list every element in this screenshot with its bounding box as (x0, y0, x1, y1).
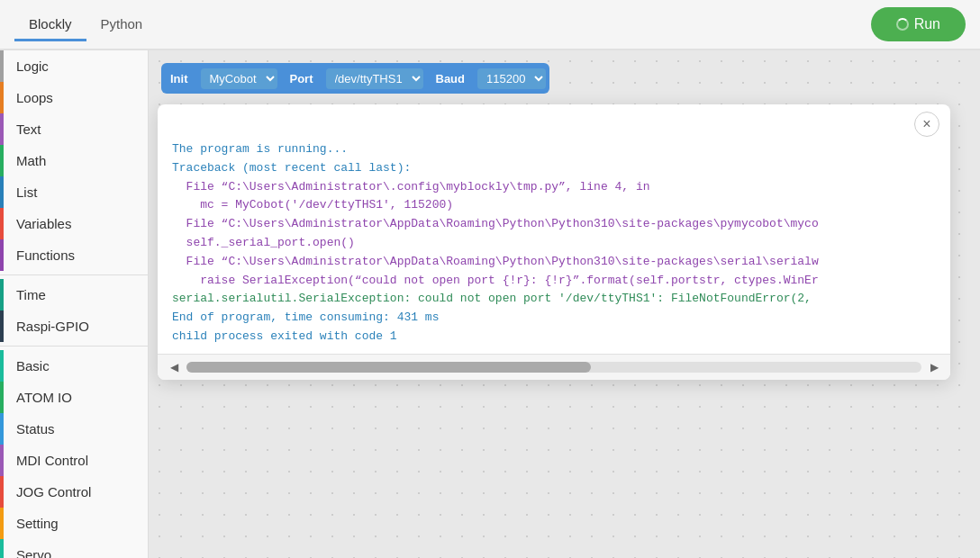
scrollbar: ◀ ▶ (158, 354, 950, 380)
sidebar: Logic Loops Text Math List Variables Fun… (0, 50, 149, 558)
output-line-9: End of program, time consuming: 431 ms (172, 309, 936, 328)
output-line-10: child process exited with code 1 (172, 328, 936, 346)
modal-output: The program is running...Traceback (most… (158, 137, 950, 354)
scroll-thumb (186, 362, 591, 373)
sidebar-item-atomio[interactable]: ATOM IO (0, 382, 148, 413)
scroll-track[interactable] (186, 362, 921, 373)
sidebar-item-math[interactable]: Math (0, 145, 148, 176)
tab-python[interactable]: Python (86, 9, 158, 41)
sidebar-item-variables[interactable]: Variables (0, 208, 148, 239)
output-line-1: Traceback (most recent call last): (172, 159, 936, 178)
output-line-3: mc = MyCobot('/dev/ttyTHS1', 115200) (172, 196, 936, 215)
tab-blockly[interactable]: Blockly (14, 9, 86, 41)
sidebar-item-time[interactable]: Time (0, 279, 148, 310)
sidebar-divider-1 (0, 274, 148, 275)
output-line-0: The program is running... (172, 140, 936, 159)
workspace: Init MyCobot Port /dev/ttyTHS1 Baud 1152… (149, 50, 980, 558)
baud-label: Baud (427, 72, 475, 86)
sidebar-item-basic[interactable]: Basic (0, 350, 148, 382)
sidebar-item-setting[interactable]: Setting (0, 508, 148, 539)
modal-header: × (158, 104, 950, 137)
scroll-left-arrow[interactable]: ◀ (165, 358, 183, 376)
port-label: Port (281, 72, 322, 86)
run-label: Run (914, 16, 940, 32)
spinner-icon (896, 18, 909, 31)
init-label: Init (161, 72, 197, 86)
output-line-5: self._serial_port.open() (172, 234, 936, 253)
sidebar-item-list[interactable]: List (0, 176, 148, 208)
sidebar-item-logic[interactable]: Logic (0, 50, 148, 82)
sidebar-item-jog[interactable]: JOG Control (0, 476, 148, 508)
baud-select[interactable]: 115200 (477, 68, 546, 89)
sidebar-item-text[interactable]: Text (0, 113, 148, 145)
output-line-2: File “C:\Users\Administrator\.config\myb… (172, 178, 936, 197)
header: Blockly Python Run (0, 0, 980, 50)
output-line-7: raise SerialException(“could not open po… (172, 272, 936, 291)
robot-select[interactable]: MyCobot (201, 68, 277, 89)
output-line-6: File “C:\Users\Administrator\AppData\Roa… (172, 253, 936, 272)
sidebar-item-status[interactable]: Status (0, 413, 148, 445)
output-modal: × The program is running...Traceback (mo… (158, 104, 950, 380)
sidebar-divider-2 (0, 346, 148, 346)
sidebar-item-servo[interactable]: Servo (0, 539, 148, 558)
run-button[interactable]: Run (871, 7, 966, 41)
scroll-right-arrow[interactable]: ▶ (925, 358, 943, 376)
sidebar-item-raspi[interactable]: Raspi-GPIO (0, 310, 148, 342)
port-select[interactable]: /dev/ttyTHS1 (326, 68, 423, 89)
modal-close-button[interactable]: × (914, 112, 939, 137)
main-area: Logic Loops Text Math List Variables Fun… (0, 50, 980, 558)
sidebar-item-functions[interactable]: Functions (0, 239, 148, 271)
output-line-4: File “C:\Users\Administrator\AppData\Roa… (172, 215, 936, 234)
sidebar-item-mdi[interactable]: MDI Control (0, 445, 148, 476)
output-line-8: serial.serialutil.SerialException: could… (172, 290, 936, 309)
sidebar-item-loops[interactable]: Loops (0, 82, 148, 113)
init-block[interactable]: Init MyCobot Port /dev/ttyTHS1 Baud 1152… (161, 63, 549, 94)
